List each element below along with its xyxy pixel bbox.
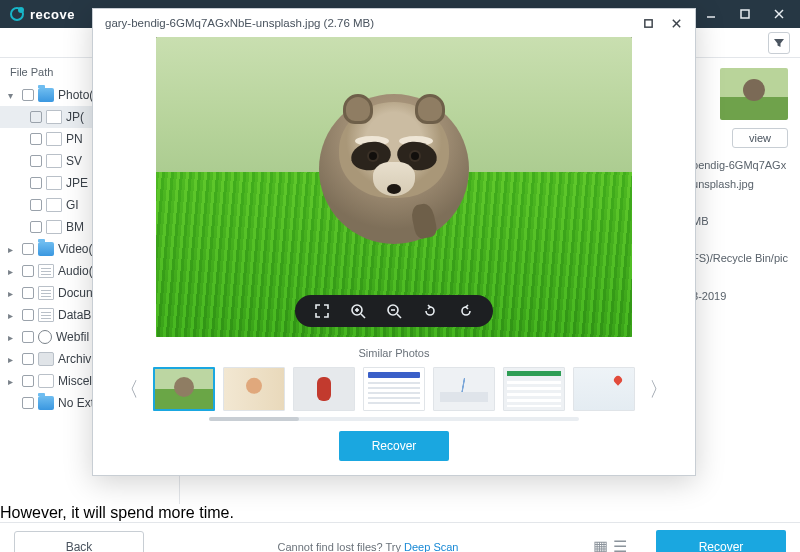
deep-scan-hint: Cannot find lost files? Try Deep Scan	[160, 541, 576, 553]
view-grid-button[interactable]: ▦	[592, 539, 608, 553]
thumb-7[interactable]	[573, 367, 635, 411]
thumb-3[interactable]	[293, 367, 355, 411]
file-icon	[46, 198, 62, 212]
audio-icon	[38, 264, 54, 278]
file-icon	[46, 220, 62, 234]
file-icon	[46, 132, 62, 146]
thumbs-prev-button[interactable]: 〈	[115, 376, 143, 403]
main-minimize-button[interactable]	[696, 4, 726, 24]
footer: Back Cannot find lost files? Try Deep Sc…	[0, 522, 800, 552]
thumb-4[interactable]	[363, 367, 425, 411]
globe-icon	[38, 330, 52, 344]
view-toggle: ▦ ☰	[592, 539, 628, 553]
app-brand: recove	[30, 7, 75, 22]
thumb-1[interactable]	[153, 367, 215, 411]
folder-icon	[38, 242, 54, 256]
image-toolbar	[295, 295, 493, 327]
main-close-button[interactable]	[764, 4, 794, 24]
svg-rect-4	[644, 19, 651, 26]
back-button[interactable]: Back	[14, 531, 144, 553]
main-maximize-button[interactable]	[730, 4, 760, 24]
file-icon	[46, 176, 62, 190]
view-list-button[interactable]: ☰	[612, 539, 628, 553]
filter-button[interactable]	[768, 32, 790, 54]
archive-icon	[38, 352, 54, 366]
preview-modal: gary-bendig-6GMq7AGxNbE-unsplash.jpg (2.…	[92, 8, 696, 476]
svg-line-8	[361, 314, 365, 318]
thumbs-next-button[interactable]: 〉	[645, 376, 673, 403]
preview-button[interactable]: view	[732, 128, 788, 148]
folder-icon	[38, 88, 54, 102]
app-logo-icon	[10, 7, 24, 21]
file-metadata: bendig-6GMq7AGx unsplash.jpg MB FS)/Recy…	[692, 156, 788, 306]
file-icon	[46, 110, 62, 124]
similar-photos-section: Similar Photos 〈 〉	[93, 337, 695, 421]
rotate-left-button[interactable]	[421, 302, 439, 320]
recover-button[interactable]: Recover	[656, 530, 786, 553]
zoom-in-button[interactable]	[349, 302, 367, 320]
file-icon	[46, 154, 62, 168]
deep-scan-link[interactable]: Deep Scan	[404, 541, 458, 553]
database-icon	[38, 308, 54, 322]
modal-title: gary-bendig-6GMq7AGxNbE-unsplash.jpg (2.…	[105, 17, 374, 29]
zoom-out-button[interactable]	[385, 302, 403, 320]
image-preview	[156, 37, 632, 337]
preview-thumbnail	[720, 68, 788, 120]
document-icon	[38, 286, 54, 300]
modal-titlebar: gary-bendig-6GMq7AGxNbE-unsplash.jpg (2.…	[93, 9, 695, 37]
svg-rect-1	[741, 10, 749, 18]
rotate-right-button[interactable]	[457, 302, 475, 320]
misc-icon	[38, 374, 54, 388]
modal-close-button[interactable]	[663, 12, 689, 34]
scan-hint-tooltip: However, it will spend more time.	[0, 504, 800, 522]
fit-screen-button[interactable]	[313, 302, 331, 320]
thumb-6[interactable]	[503, 367, 565, 411]
folder-icon	[38, 396, 54, 410]
thumb-2[interactable]	[223, 367, 285, 411]
modal-maximize-button[interactable]	[635, 12, 661, 34]
similar-photos-title: Similar Photos	[115, 347, 673, 359]
funnel-icon	[773, 37, 785, 49]
raccoon-image	[319, 94, 469, 244]
svg-line-12	[397, 314, 401, 318]
thumbs-scrollbar[interactable]	[209, 417, 579, 421]
similar-thumbnails	[153, 367, 635, 411]
modal-recover-button[interactable]: Recover	[339, 431, 449, 461]
thumb-5[interactable]	[433, 367, 495, 411]
